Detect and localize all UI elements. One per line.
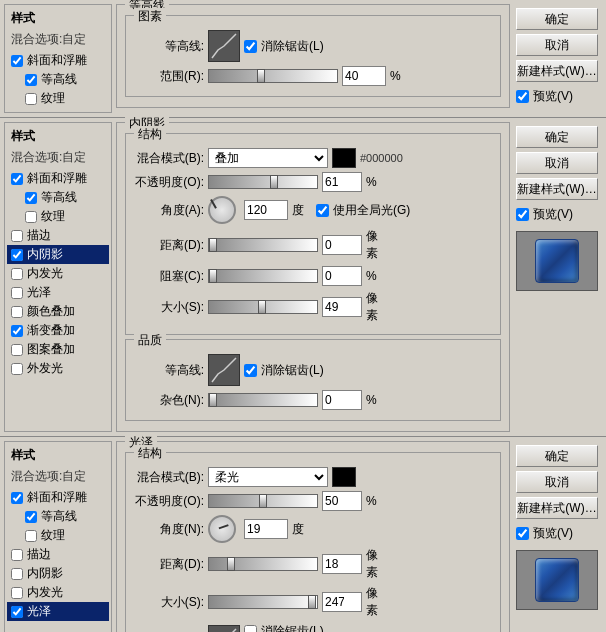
satin-blend-select[interactable]: 柔光 [208, 467, 328, 487]
satin-contour-preview[interactable] [208, 625, 240, 632]
style-label-innershadow-3: 内阴影 [27, 565, 63, 582]
style-item-innershadow-3[interactable]: 内阴影 [7, 564, 109, 583]
style-item-innershadow-2[interactable]: 内阴影 [7, 245, 109, 264]
size-slider[interactable] [208, 300, 318, 314]
style-item-satin-2[interactable]: 光泽 [7, 283, 109, 302]
style-checkbox-texture-1[interactable] [25, 93, 37, 105]
angle-unit: 度 [292, 202, 312, 219]
style-checkbox-innershadow-2[interactable] [11, 249, 23, 261]
contour-preview[interactable] [208, 30, 240, 62]
style-item-innergl-3[interactable]: 内发光 [7, 583, 109, 602]
preview-checkbox-3[interactable] [516, 527, 529, 540]
style-item-satin-3[interactable]: 光泽 [7, 602, 109, 621]
global-light-checkbox[interactable] [316, 204, 329, 217]
satin-antialias-checkbox[interactable] [244, 625, 257, 632]
range-input[interactable]: 40 [342, 66, 386, 86]
blend-mode-select[interactable]: 叠加 [208, 148, 328, 168]
style-checkbox-texture-3[interactable] [25, 530, 37, 542]
style-checkbox-patternovl-2[interactable] [11, 344, 23, 356]
choke-unit: % [366, 269, 386, 283]
structure-subsection: 结构 混合模式(B): 叠加 #000000 不透明度(O): 61 [125, 133, 501, 335]
choke-slider[interactable] [208, 269, 318, 283]
antialias-checkbox[interactable] [244, 40, 257, 53]
style-checkbox-bevel-1[interactable] [11, 55, 23, 67]
angle-dial[interactable] [208, 196, 236, 224]
style-checkbox-innergl-2[interactable] [11, 268, 23, 280]
style-checkbox-colorovl-2[interactable] [11, 306, 23, 318]
new-style-button-3[interactable]: 新建样式(W)… [516, 497, 598, 519]
noise-unit: % [366, 393, 386, 407]
style-checkbox-texture-2[interactable] [25, 211, 37, 223]
style-checkbox-contour-2[interactable] [25, 192, 37, 204]
style-item-bevel-3[interactable]: 斜面和浮雕 [7, 488, 109, 507]
cancel-button-1[interactable]: 取消 [516, 34, 598, 56]
satin-opacity-input[interactable]: 50 [322, 491, 362, 511]
style-item-texture-1[interactable]: 纹理 [7, 89, 109, 108]
pixel-subsection-title: 图素 [134, 8, 166, 25]
color-swatch[interactable] [332, 148, 356, 168]
style-label-stroke-3: 描边 [27, 546, 51, 563]
antialias-quality-checkbox[interactable] [244, 364, 257, 377]
satin-panel: 样式 混合选项:自定 斜面和浮雕 等高线 纹理 描边 内阴影 内发光 光泽 [0, 437, 606, 632]
style-checkbox-contour-1[interactable] [25, 74, 37, 86]
style-checkbox-bevel-3[interactable] [11, 492, 23, 504]
style-item-bevel-2[interactable]: 斜面和浮雕 [7, 169, 109, 188]
satin-size-slider[interactable] [208, 595, 318, 609]
choke-input[interactable]: 0 [322, 266, 362, 286]
style-checkbox-satin-2[interactable] [11, 287, 23, 299]
contour-label: 等高线: [134, 38, 204, 55]
style-checkbox-stroke-2[interactable] [11, 230, 23, 242]
contour-preview-2[interactable] [208, 354, 240, 386]
new-style-button-2[interactable]: 新建样式(W)… [516, 178, 598, 200]
size-input[interactable]: 49 [322, 297, 362, 317]
satin-opacity-slider[interactable] [208, 494, 318, 508]
noise-input[interactable]: 0 [322, 390, 362, 410]
style-item-stroke-2[interactable]: 描边 [7, 226, 109, 245]
style-item-gradovl-2[interactable]: 渐变叠加 [7, 321, 109, 340]
style-item-colorovl-2[interactable]: 颜色叠加 [7, 302, 109, 321]
style-checkbox-contour-3[interactable] [25, 511, 37, 523]
angle-input[interactable]: 120 [244, 200, 288, 220]
style-checkbox-bevel-2[interactable] [11, 173, 23, 185]
ok-button-2[interactable]: 确定 [516, 126, 598, 148]
range-slider[interactable] [208, 69, 338, 83]
style-item-stroke-3[interactable]: 描边 [7, 545, 109, 564]
style-item-texture-3[interactable]: 纹理 [7, 526, 109, 545]
distance-slider[interactable] [208, 238, 318, 252]
opacity-input[interactable]: 61 [322, 172, 362, 192]
noise-slider[interactable] [208, 393, 318, 407]
style-checkbox-satin-3[interactable] [11, 606, 23, 618]
style-item-outergl-2[interactable]: 外发光 [7, 359, 109, 378]
style-label-innergl-2: 内发光 [27, 265, 63, 282]
angle-row: 角度(A): 120 度 使用全局光(G) [134, 196, 492, 224]
opacity-slider[interactable] [208, 175, 318, 189]
style-item-contour-3[interactable]: 等高线 [7, 507, 109, 526]
satin-angle-label: 角度(N): [134, 521, 204, 538]
satin-size-input[interactable]: 247 [322, 592, 362, 612]
style-item-texture-2[interactable]: 纹理 [7, 207, 109, 226]
cancel-button-3[interactable]: 取消 [516, 471, 598, 493]
style-item-innergl-2[interactable]: 内发光 [7, 264, 109, 283]
satin-distance-slider[interactable] [208, 557, 318, 571]
size-unit: 像素 [366, 290, 386, 324]
style-item-contour-2[interactable]: 等高线 [7, 188, 109, 207]
style-item-patternovl-2[interactable]: 图案叠加 [7, 340, 109, 359]
distance-input[interactable]: 0 [322, 235, 362, 255]
satin-angle-dial[interactable] [208, 515, 236, 543]
style-checkbox-innershadow-3[interactable] [11, 568, 23, 580]
style-item-contour-1[interactable]: 等高线 [7, 70, 109, 89]
style-item-bevel-1[interactable]: 斜面和浮雕 [7, 51, 109, 70]
style-checkbox-gradovl-2[interactable] [11, 325, 23, 337]
preview-checkbox-1[interactable] [516, 90, 529, 103]
style-checkbox-stroke-3[interactable] [11, 549, 23, 561]
satin-distance-input[interactable]: 18 [322, 554, 362, 574]
ok-button-3[interactable]: 确定 [516, 445, 598, 467]
style-checkbox-innergl-3[interactable] [11, 587, 23, 599]
satin-color-swatch[interactable] [332, 467, 356, 487]
satin-angle-input[interactable]: 19 [244, 519, 288, 539]
style-checkbox-outergl-2[interactable] [11, 363, 23, 375]
preview-checkbox-2[interactable] [516, 208, 529, 221]
cancel-button-2[interactable]: 取消 [516, 152, 598, 174]
new-style-button-1[interactable]: 新建样式(W)… [516, 60, 598, 82]
ok-button-1[interactable]: 确定 [516, 8, 598, 30]
